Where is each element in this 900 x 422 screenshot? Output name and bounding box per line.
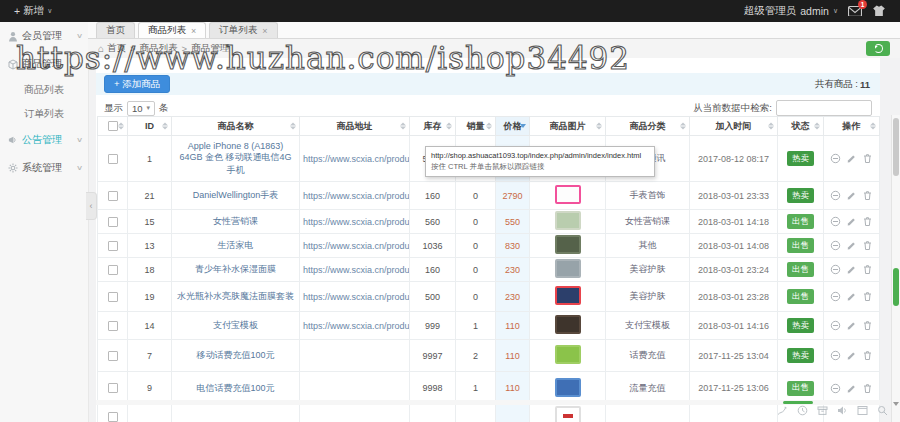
close-icon[interactable]: × <box>262 26 267 36</box>
row-checkbox[interactable] <box>108 191 118 201</box>
disable-icon[interactable] <box>830 216 841 227</box>
edit-icon[interactable] <box>846 240 857 251</box>
product-url-link[interactable] <box>300 405 410 422</box>
product-name-link[interactable]: 支付宝模板 <box>172 312 300 340</box>
close-icon[interactable]: × <box>191 26 196 36</box>
edit-icon[interactable] <box>846 350 857 361</box>
select-all-header[interactable] <box>98 117 128 136</box>
product-url-link[interactable]: https://www.scxia.cn/product/view77.html <box>300 136 410 182</box>
product-name-link[interactable]: 青少年补水保湿面膜 <box>172 258 300 282</box>
disable-icon[interactable] <box>830 190 841 201</box>
row-checkbox[interactable] <box>108 265 118 275</box>
vertical-scrollbar-thumb[interactable] <box>893 268 899 306</box>
breadcrumb-home[interactable]: 首页 <box>107 42 126 55</box>
delete-icon[interactable] <box>862 190 873 201</box>
product-url-link[interactable]: https://www.scxia.cn/product/view68.html <box>300 210 410 234</box>
disable-icon[interactable] <box>830 291 841 302</box>
disable-icon[interactable] <box>830 383 841 394</box>
delete-icon[interactable] <box>862 264 873 275</box>
sidebar-collapse-handle[interactable]: ‹ <box>86 192 97 220</box>
delete-icon[interactable] <box>862 320 873 331</box>
row-checkbox[interactable] <box>108 321 118 331</box>
edit-icon[interactable] <box>846 383 857 394</box>
product-url-link[interactable]: https://www.scxia.cn/product/view61.html <box>300 312 410 340</box>
tshirt-icon[interactable] <box>872 5 886 17</box>
archive-icon[interactable] <box>817 405 828 416</box>
new-dropdown-button[interactable]: + 新增 ∨ <box>0 4 66 18</box>
sidebar-item-3[interactable]: 系统管理∨ <box>0 154 88 182</box>
magnifier-icon[interactable] <box>877 405 888 416</box>
add-product-button[interactable]: + 添加商品 <box>104 75 170 93</box>
vertical-scrollbar[interactable] <box>891 115 900 422</box>
delete-icon[interactable] <box>862 291 873 302</box>
column-header-3[interactable]: 商品地址 <box>300 117 410 136</box>
edit-icon[interactable] <box>846 291 857 302</box>
page-size-select[interactable]: 10 ▾ <box>127 101 155 116</box>
sidebar-item-1[interactable]: 商品管理∧ <box>0 50 88 78</box>
disable-icon[interactable] <box>830 153 841 164</box>
column-header-11[interactable]: 操作 <box>824 117 880 136</box>
delete-icon[interactable] <box>862 153 873 164</box>
sidebar-subitem-1-0[interactable]: 商品列表 <box>0 78 88 102</box>
row-checkbox[interactable] <box>108 412 118 422</box>
delete-icon[interactable] <box>862 350 873 361</box>
tab-1[interactable]: 商品列表× <box>138 22 206 38</box>
row-checkbox[interactable] <box>108 217 118 227</box>
edit-icon[interactable] <box>846 320 857 331</box>
edit-icon[interactable] <box>846 190 857 201</box>
select-all-checkbox[interactable] <box>108 121 118 131</box>
sidebar-subitem-1-1[interactable]: 订单列表 <box>0 102 88 126</box>
window-icon[interactable] <box>857 405 868 416</box>
user-menu[interactable]: 超级管理员 admin ∨ <box>744 4 838 18</box>
pen-icon[interactable] <box>777 405 788 416</box>
disable-icon[interactable] <box>830 264 841 275</box>
delete-icon[interactable] <box>862 383 873 394</box>
column-header-9[interactable]: 加入时间 <box>690 117 778 136</box>
breadcrumb-list[interactable]: 商品列表 <box>140 42 178 55</box>
column-header-7[interactable]: 商品图片 <box>530 117 606 136</box>
product-url-link[interactable]: https://www.scxia.cn/product/view66.html <box>300 282 410 312</box>
edit-icon[interactable] <box>846 216 857 227</box>
horizontal-scrollbar-thumb[interactable] <box>783 401 813 404</box>
column-header-5[interactable]: 销量 <box>456 117 496 136</box>
product-name-link[interactable]: DanielWellington手表 <box>172 182 300 210</box>
edit-icon[interactable] <box>846 264 857 275</box>
product-name-link[interactable]: 女性营销课 <box>172 210 300 234</box>
search-input[interactable] <box>776 100 872 116</box>
column-header-10[interactable]: 状态 <box>778 117 824 136</box>
row-checkbox[interactable] <box>108 383 118 393</box>
horizontal-scrollbar[interactable] <box>96 400 880 405</box>
column-header-4[interactable]: 库存 <box>410 117 456 136</box>
clock-icon[interactable] <box>797 405 808 416</box>
scrollbar-down-arrow[interactable] <box>893 402 899 406</box>
speaker-icon[interactable] <box>837 405 848 416</box>
product-name-link[interactable]: 移动话费充值100元 <box>172 340 300 372</box>
product-name-link[interactable] <box>172 405 300 422</box>
sidebar-item-0[interactable]: 会员管理∨ <box>0 22 88 50</box>
disable-icon[interactable] <box>830 320 841 331</box>
row-checkbox[interactable] <box>108 351 118 361</box>
edit-icon[interactable] <box>846 153 857 164</box>
row-checkbox[interactable] <box>108 292 118 302</box>
mail-icon[interactable]: 1 <box>848 5 862 17</box>
disable-icon[interactable] <box>830 350 841 361</box>
product-url-link[interactable]: https://www.scxia.cn/product/view63.html <box>300 234 410 258</box>
column-header-6[interactable]: 价格 <box>496 117 530 136</box>
product-url-link[interactable] <box>300 340 410 372</box>
column-header-8[interactable]: 商品分类 <box>606 117 690 136</box>
product-name-link[interactable]: Apple iPhone 8 (A1863) 64GB 金色 移动联通电信4G手… <box>172 136 300 182</box>
delete-icon[interactable] <box>862 240 873 251</box>
product-url-link[interactable]: https://www.scxia.cn/product/view70.html <box>300 182 410 210</box>
tab-0[interactable]: 首页 <box>96 22 135 38</box>
delete-icon[interactable] <box>862 216 873 227</box>
row-checkbox[interactable] <box>108 241 118 251</box>
product-name-link[interactable]: 水光瓶补水亮肤魔法面膜套装 <box>172 282 300 312</box>
row-checkbox[interactable] <box>108 154 118 164</box>
column-header-1[interactable]: ID <box>128 117 172 136</box>
sidebar-item-2[interactable]: 公告管理∨ <box>0 126 88 154</box>
column-header-2[interactable]: 商品名称 <box>172 117 300 136</box>
product-name-link[interactable]: 生活家电 <box>172 234 300 258</box>
refresh-button[interactable] <box>866 41 890 56</box>
tab-2[interactable]: 订单列表× <box>209 22 277 38</box>
disable-icon[interactable] <box>830 240 841 251</box>
